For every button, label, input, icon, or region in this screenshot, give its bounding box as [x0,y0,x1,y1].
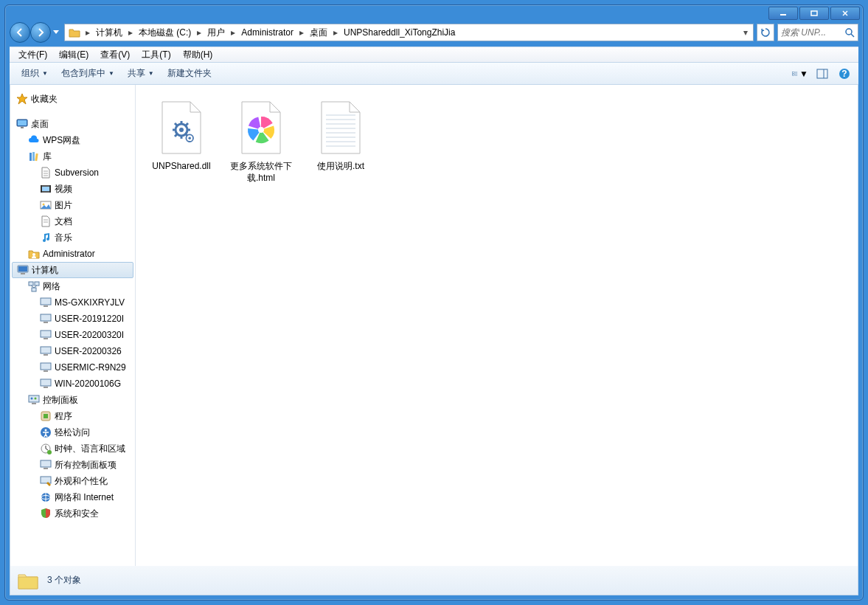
breadcrumb-segment[interactable]: 用户 [204,24,228,41]
tree-cp-network[interactable]: 网络和 Internet [10,489,135,505]
include-in-library-button[interactable]: 包含到库中▼ [55,65,120,82]
preview-pane-button[interactable] [814,66,830,82]
svg-point-61 [45,429,47,432]
breadcrumb-segment[interactable]: Administrator [238,24,296,41]
svg-rect-19 [29,153,32,161]
svg-rect-28 [49,185,51,193]
menu-tools[interactable]: 工具(T) [136,47,176,63]
tree-lib-music[interactable]: 音乐 [10,229,135,246]
svg-rect-59 [44,414,48,418]
refresh-button[interactable] [757,24,774,41]
file-label: 使用说明.txt [317,161,364,173]
video-icon [40,183,52,195]
chevron-right-icon[interactable]: ▸ [125,27,136,38]
forward-button[interactable] [30,22,51,43]
file-item[interactable]: UNPShared.dll [145,94,218,178]
clock-icon [40,443,52,454]
breadcrumb-segment[interactable]: 桌面 [307,24,330,41]
tree-network-pc[interactable]: USERMIC-R9N29 [10,359,135,376]
dll-file-icon [155,99,208,158]
tree-network-pc[interactable]: USER-20200320I [10,327,135,343]
tree-network-pc[interactable]: WIN-20200106G [10,376,135,392]
file-item[interactable]: 使用说明.txt [304,94,378,178]
tree-cp-clock[interactable]: 时钟、语言和区域 [10,440,135,457]
breadcrumb-dropdown[interactable]: ▾ [740,27,751,38]
tree-network[interactable]: 网络 [10,278,135,294]
tree-label: 系统和安全 [55,508,99,520]
tree-wps[interactable]: WPS网盘 [10,132,135,148]
organize-button[interactable]: 组织▼ [15,65,54,82]
tree-label: 文档 [55,215,72,228]
tree-cp-all[interactable]: 所有控制面板项 [10,457,135,473]
svg-rect-50 [41,363,51,370]
tree-cp-security[interactable]: 系统和安全 [10,505,135,522]
search-input[interactable] [781,27,833,38]
tree-lib-documents[interactable]: 文档 [10,213,135,229]
tree-lib-video[interactable]: 视频 [10,181,135,197]
breadcrumb-segment[interactable]: 计算机 [93,24,125,41]
tree-desktop[interactable]: 桌面 [10,116,135,132]
search-box[interactable] [777,24,858,41]
chevron-right-icon[interactable]: ▸ [330,27,341,38]
svg-rect-49 [44,354,48,356]
appearance-icon [40,475,52,487]
new-folder-button[interactable]: 新建文件夹 [162,65,218,82]
chevron-right-icon[interactable]: ▸ [296,27,307,38]
svg-point-30 [43,204,45,206]
help-button[interactable]: ? [836,66,853,82]
breadcrumb[interactable]: ▸ 计算机 ▸ 本地磁盘 (C:) ▸ 用户 ▸ Administrator ▸… [64,24,754,41]
command-bar: 组织▼ 包含到库中▼ 共享▼ 新建文件夹 ▼ ? [10,63,858,85]
tree-cp-appearance[interactable]: 外观和个性化 [10,473,135,489]
chevron-right-icon[interactable]: ▸ [194,27,204,38]
nav-history-dropdown[interactable] [51,22,61,43]
file-list[interactable]: UNPShared.dll 更多系统软件下载.html 使用说明.txt [136,85,858,566]
back-button[interactable] [10,22,30,43]
svg-rect-1 [811,11,817,15]
chevron-right-icon[interactable]: ▸ [228,27,238,38]
tree-cp-ease[interactable]: 轻松访问 [10,424,135,440]
menu-help[interactable]: 帮助(H) [177,47,219,63]
svg-point-33 [32,253,35,256]
music-icon [40,232,52,243]
tree-favorites[interactable]: 收藏夹 [10,91,135,107]
svg-point-73 [179,128,184,132]
tree-network-pc[interactable]: MS-GXKIXRYJLV [10,294,135,311]
tree-cp-programs[interactable]: 程序 [10,408,135,424]
document-icon [40,167,52,179]
svg-rect-26 [42,187,49,191]
file-label: 更多系统软件下载.html [229,161,293,184]
tree-label: USER-20200326 [55,346,122,356]
breadcrumb-segment[interactable]: UNPShareddll_XiTongZhiJia [341,24,458,41]
svg-rect-20 [32,152,35,161]
tree-computer[interactable]: 计算机 [12,262,133,278]
tree-libraries[interactable]: 库 [10,148,135,165]
navigation-pane[interactable]: 收藏夹 桌面 WPS网盘 库 Subversion 视频 [10,85,136,566]
file-item[interactable]: 更多系统软件下载.html [224,94,298,189]
breadcrumb-segment[interactable]: 本地磁盘 (C:) [136,24,194,41]
svg-rect-12 [817,69,827,78]
tree-administrator[interactable]: Administrator [10,246,135,262]
tree-lib-pictures[interactable]: 图片 [10,197,135,213]
minimize-button[interactable] [768,7,798,20]
svg-rect-45 [44,322,48,323]
tree-control-panel[interactable]: 控制面板 [10,392,135,408]
view-mode-button[interactable]: ▼ [792,66,808,82]
computer-icon [40,378,52,390]
share-button[interactable]: 共享▼ [122,65,160,82]
chevron-right-icon[interactable]: ▸ [83,27,93,38]
tree-lib-subversion[interactable]: Subversion [10,165,135,181]
svg-rect-42 [41,298,51,305]
menu-edit[interactable]: 编辑(E) [53,47,94,63]
maximize-button[interactable] [799,7,829,20]
close-button[interactable] [830,7,860,20]
titlebar [5,5,863,21]
star-icon [16,93,28,105]
computer-icon [40,297,52,308]
search-icon [844,27,855,38]
menu-view[interactable]: 查看(V) [94,47,136,63]
tree-label: 所有控制面板项 [55,459,117,471]
tree-network-pc[interactable]: USER-20191220I [10,311,135,327]
computer-icon [40,345,52,357]
tree-network-pc[interactable]: USER-20200326 [10,343,135,359]
menu-file[interactable]: 文件(F) [13,47,53,63]
